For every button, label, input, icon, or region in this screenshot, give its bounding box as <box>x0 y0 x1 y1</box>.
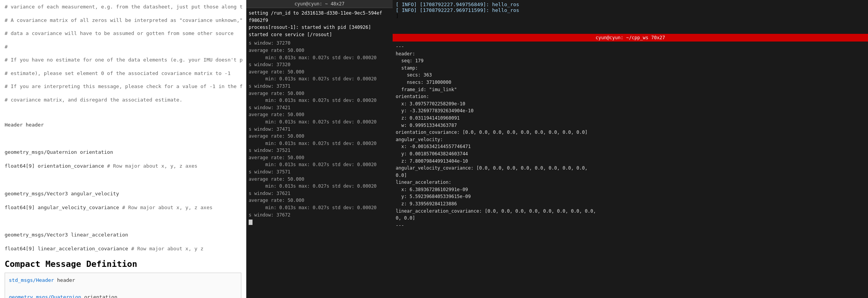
doc-panel: # variance of each measurement, e.g. fro… <box>0 0 246 298</box>
comment-line-5: # If you have no estimate for one of the… <box>5 56 241 64</box>
comment-line-8: # covariance matrix, and disregard the a… <box>5 96 241 104</box>
doc-fields: Header header geometry_msgs/Quaternion o… <box>5 107 241 253</box>
right-terminal-bar: cyun@cyun: ~/cpp_ws 70x27 <box>393 34 868 42</box>
comment-line-3: # data a covariance will have to be assu… <box>5 30 241 37</box>
cursor-block <box>249 220 253 225</box>
comment-line-6: # estimate), please set element 0 of the… <box>5 70 241 77</box>
right-terminal: [ INFO] [1708792227.949756849]: hello_ro… <box>393 0 868 298</box>
comment-line-1: # variance of each measurement, e.g. fro… <box>5 3 241 11</box>
quaternion-link[interactable]: geometry_msgs/Quaternion <box>9 294 81 298</box>
comment-line-7: # If you are interpreting this message, … <box>5 83 241 90</box>
mid-terminal-content: setting /run_id to 2d316138-d330-11ee-9e… <box>246 8 393 298</box>
right-imu-content: --- header: seq: 179 stamp: secs: 363 ns… <box>393 42 868 298</box>
doc-comments: # variance of each measurement, e.g. fro… <box>5 3 241 103</box>
mid-terminal: cyun@cyun: ~ 48x27 setting /run_id to 2d… <box>246 0 393 298</box>
compact-def-heading: Compact Message Definition <box>5 259 241 269</box>
comment-line-2: # A covariance matrix of all zeros will … <box>5 17 241 24</box>
std-msgs-link[interactable]: std_msgs/Header <box>9 277 54 283</box>
mid-terminal-bar: cyun@cyun: ~ 48x27 <box>246 0 393 8</box>
comment-line-4: # <box>5 43 241 51</box>
right-top-section: [ INFO] [1708792227.949756849]: hello_ro… <box>393 0 868 34</box>
compact-box: std_msgs/Header header geometry_msgs/Qua… <box>5 273 241 298</box>
